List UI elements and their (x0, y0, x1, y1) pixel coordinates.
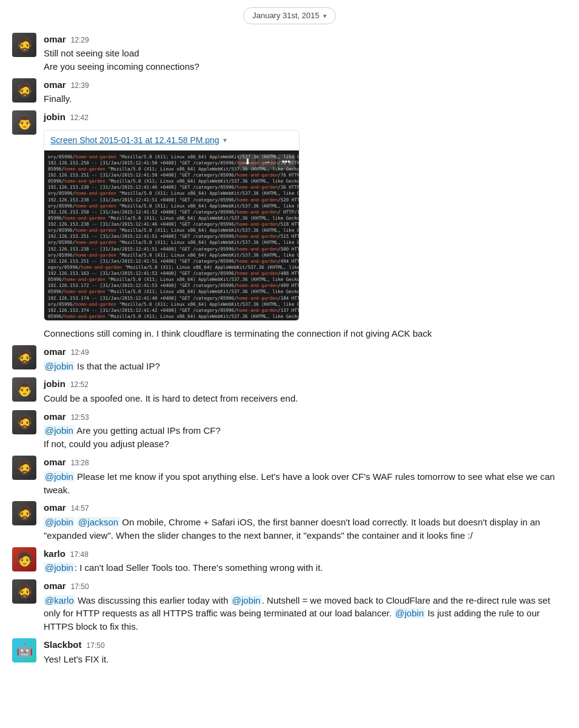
message-header: jobin 12:52 (44, 377, 567, 391)
username: omar (44, 345, 66, 359)
more-button[interactable]: ••• (277, 154, 295, 170)
avatar: 👨 (12, 110, 36, 135)
log-line: 192.126.153.238 -- [31/Jan/2015:12:41:51… (48, 197, 295, 203)
message-content: omar 12:29 Still not seeing site loadAre… (44, 33, 567, 73)
image-header-bar[interactable]: Screen Shot 2015-01-31 at 12.41.58 PM.pn… (44, 130, 299, 150)
message-text: @karlo Was discussing this earlier today… (44, 594, 567, 634)
log-image: ⬇ → ••• ory/05996/home-and-garden "Mozil… (44, 150, 299, 320)
mention: @jobin (44, 562, 75, 573)
avatar: 🧔 (12, 456, 36, 480)
timestamp: 12:42 (70, 112, 89, 123)
avatar: 🤖 (12, 638, 36, 662)
message-content: omar 12:49 @jobin Is that the actual IP? (44, 345, 567, 372)
avatar: 🧔 (12, 501, 36, 525)
log-line: 192.126.153.251 -- [31/Jan/2015:12:41:51… (48, 258, 295, 265)
image-attachment: Screen Shot 2015-01-31 at 12.41.58 PM.pn… (44, 130, 300, 321)
avatar: 🧔 (12, 33, 36, 57)
message-group: 🧑 karlo 17:48 @jobin: I can't load Selle… (0, 544, 579, 576)
message-content: karlo 17:48 @jobin: I can't load Seller … (44, 547, 567, 575)
message-header: jobin 12:42 (44, 110, 567, 124)
message-text: @jobin Is that the actual IP? (44, 360, 567, 373)
message-text: @jobin: I can't load Seller Tools too. T… (44, 561, 567, 575)
log-line: egory/05996/home-and-garden "Mozilla/5.0… (48, 265, 295, 271)
timestamp: 12:52 (70, 379, 89, 390)
message-group: 🧔 omar 14:57 @jobin @jackson On mobile, … (0, 497, 579, 543)
timestamp: 12:53 (71, 412, 89, 423)
avatar: 🧔 (12, 579, 36, 604)
message-content: omar 14:57 @jobin @jackson On mobile, Ch… (44, 501, 567, 542)
image-actions: ⬇ → ••• (238, 154, 295, 170)
log-line: ory/05996/home-and-garden "Mozilla/5.0 (… (48, 252, 295, 258)
log-line: 192.126.153.250 -- [31/Jan/2015:12:41:52… (48, 209, 295, 215)
mention: @jobin (44, 517, 75, 527)
username: omar (44, 579, 66, 593)
message-content: Slackbot 17:50 Yes! Let's FIX it. (44, 638, 567, 666)
message-group: 🧔 omar 12:29 Still not seeing site loadA… (0, 29, 579, 75)
timestamp: 12:39 (71, 80, 89, 91)
share-button[interactable]: → (258, 154, 276, 170)
timestamp: 12:29 (71, 35, 89, 46)
message-text: Connections still coming in. I think clo… (44, 327, 567, 340)
message-header: omar 17:50 (44, 579, 567, 593)
log-line: 192.126.153.238 -- [31/Jan/2015:12:41:46… (48, 221, 295, 228)
message-content: omar 13:28 @jobin Please let me know if … (44, 456, 567, 496)
message-content: omar 12:39 Finally. (44, 78, 567, 106)
dropdown-icon[interactable]: ▾ (223, 135, 227, 146)
log-line: 192.126.153.174 -- [31/Jan/2015:12:41:40… (48, 295, 295, 302)
mention: @jobin (231, 595, 262, 605)
avatar: 🧔 (12, 78, 36, 103)
mention: @jobin (44, 361, 75, 371)
message-header: karlo 17:48 (44, 547, 567, 561)
log-line: ory/05996/home-and-garden "Mozilla/5.0 (… (48, 302, 295, 308)
mention: @jobin (44, 471, 75, 482)
date-label: January 31st, 2015 (252, 10, 320, 22)
mention: @jackson (77, 517, 119, 527)
message-header: Slackbot 17:50 (44, 638, 567, 652)
timestamp: 14:57 (71, 503, 89, 514)
avatar: 🧔 (12, 345, 36, 369)
message-group: 👨 jobin 12:52 Could be a spoofed one. It… (0, 374, 579, 406)
avatar: 🧑 (12, 547, 36, 571)
log-line: ory/05996/home-and-garden "Mozilla/5.0 (… (48, 190, 295, 197)
username: karlo (44, 547, 65, 561)
message-text: Are you seeing incoming connections? (44, 60, 567, 73)
message-header: omar 12:39 (44, 78, 567, 92)
message-header: omar 13:28 (44, 456, 567, 470)
timestamp: 17:48 (70, 549, 89, 560)
message-header: omar 14:57 (44, 501, 567, 515)
log-line: 05996/home-and-garden "Mozilla/5.0 (X11;… (48, 277, 295, 283)
filename-label[interactable]: Screen Shot 2015-01-31 at 12.41.58 PM.pn… (50, 134, 219, 147)
mention: @karlo (44, 595, 75, 605)
log-line: ory/05996/home-and-garden "Mozilla/5.0 (… (48, 240, 295, 246)
message-content: jobin 12:42 Screen Shot 2015-01-31 at 12… (44, 110, 567, 340)
log-line: 05996/home-and-garden "Mozilla/5.0 (X11;… (48, 314, 295, 320)
timestamp: 17:50 (87, 640, 105, 651)
chevron-down-icon: ▾ (323, 11, 327, 21)
log-line: 05996/home-and-garden "Mozilla/5.0 (X11;… (48, 215, 295, 221)
username: Slackbot (44, 638, 82, 652)
username: omar (44, 78, 66, 92)
message-group: 🧔 omar 13:28 @jobin Please let me know i… (0, 452, 579, 497)
username: omar (44, 456, 66, 470)
message-text: Still not seeing site load (44, 47, 567, 60)
username: omar (44, 33, 66, 47)
message-text: @jobin Are you getting actual IPs from C… (44, 424, 567, 437)
avatar: 🧔 (12, 410, 36, 434)
messages-container: 🧔 omar 12:29 Still not seeing site loadA… (0, 29, 579, 667)
log-line: 192.126.153.238 -- [31/Jan/2015:12:41:51… (48, 246, 295, 252)
log-line: 192.126.153.251 -- [31/Jan/2015:12:41:51… (48, 234, 295, 240)
message-text: If not, could you adjust please? (44, 437, 567, 451)
log-line: 192.126.153.374 -- [31/Jan/2015:12:41:42… (48, 308, 295, 314)
log-line: ory/05996/home-and-garden "Mozilla/5.0 (… (48, 228, 295, 234)
log-line: 192.126.153.230 -- [31/Jan/2015:12:41:46… (48, 184, 295, 190)
message-header: omar 12:29 (44, 33, 567, 47)
download-button[interactable]: ⬇ (238, 154, 256, 170)
avatar: 👨 (12, 377, 36, 402)
message-text: Could be a spoofed one. It is hard to de… (44, 392, 567, 405)
log-line: 192.126.153.163 -- [31/Jan/2015:12:41:53… (48, 271, 295, 277)
date-pill[interactable]: January 31st, 2015 ▾ (243, 7, 336, 24)
username: omar (44, 501, 66, 515)
date-divider: January 31st, 2015 ▾ (0, 0, 579, 29)
message-text: Finally. (44, 92, 567, 106)
message-text: Yes! Let's FIX it. (44, 653, 567, 666)
